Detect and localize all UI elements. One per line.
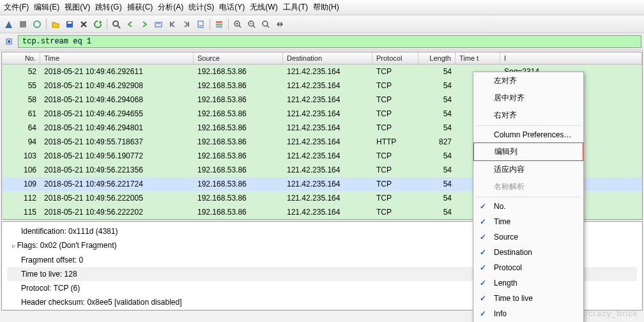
svg-point-4 xyxy=(113,21,118,26)
last-icon[interactable] xyxy=(180,18,193,31)
col-header-protocol[interactable]: Protocol xyxy=(372,52,418,64)
restart-icon[interactable] xyxy=(31,18,43,31)
ctx-name-resolution: 名称解析 xyxy=(473,178,583,195)
ctx-col-source[interactable]: Source xyxy=(473,229,583,245)
svg-rect-0 xyxy=(20,21,26,27)
menu-edit[interactable]: 编辑(E) xyxy=(34,2,59,13)
zoom-out-icon[interactable] xyxy=(245,18,258,31)
col-header-no[interactable]: No. xyxy=(2,52,40,64)
toolbar xyxy=(0,15,644,33)
stop-icon[interactable] xyxy=(17,18,29,31)
col-header-destination[interactable]: Destination xyxy=(283,52,372,64)
svg-point-19 xyxy=(263,21,268,26)
col-header-info[interactable]: I xyxy=(500,52,642,64)
shark-fin-icon[interactable] xyxy=(3,18,15,31)
menu-file[interactable]: 文件(F) xyxy=(4,2,29,13)
svg-rect-9 xyxy=(216,21,222,23)
ctx-column-prefs[interactable]: Column Preferences… xyxy=(473,127,583,142)
save-icon[interactable] xyxy=(63,18,76,31)
ctx-col-info[interactable]: Info xyxy=(473,306,583,321)
menu-bar: 文件(F) 编辑(E) 视图(V) 跳转(G) 捕获(C) 分析(A) 统计(S… xyxy=(0,0,644,15)
filter-bar xyxy=(0,33,644,50)
close-icon[interactable] xyxy=(77,18,90,31)
colorize-icon[interactable] xyxy=(213,18,226,31)
svg-rect-11 xyxy=(216,26,222,27)
menu-wireless[interactable]: 无线(W) xyxy=(250,2,277,13)
menu-stats[interactable]: 统计(S) xyxy=(188,2,214,13)
menu-capture[interactable]: 捕获(C) xyxy=(127,2,153,13)
zoom-in-icon[interactable] xyxy=(231,18,244,31)
open-icon[interactable] xyxy=(49,18,62,31)
packet-list-header: No. Time Source Destination Protocol Len… xyxy=(2,52,642,65)
next-icon[interactable] xyxy=(138,18,151,31)
find-icon[interactable] xyxy=(110,18,123,31)
svg-point-1 xyxy=(34,21,40,27)
bookmark-icon[interactable] xyxy=(3,35,15,48)
ctx-col-no[interactable]: No. xyxy=(473,199,583,214)
svg-line-20 xyxy=(267,26,269,27)
ctx-separator xyxy=(476,197,581,197)
goto-icon[interactable] xyxy=(152,18,165,31)
col-header-ttl[interactable]: Time t xyxy=(456,52,500,64)
ctx-align-center[interactable]: 居中对齐 xyxy=(473,89,583,107)
svg-rect-22 xyxy=(8,40,10,43)
first-icon[interactable] xyxy=(166,18,179,31)
ctx-col-protocol[interactable]: Protocol xyxy=(473,260,583,275)
menu-help[interactable]: 帮助(H) xyxy=(313,2,339,13)
ctx-col-ttl[interactable]: Time to live xyxy=(473,291,583,306)
reload-icon[interactable] xyxy=(91,18,104,31)
col-header-length[interactable]: Length xyxy=(418,52,456,64)
menu-go[interactable]: 跳转(G) xyxy=(95,2,121,13)
resize-cols-icon[interactable] xyxy=(273,18,286,31)
display-filter-input[interactable] xyxy=(18,35,641,48)
ctx-col-destination[interactable]: Destination xyxy=(473,245,583,260)
svg-rect-3 xyxy=(68,22,72,24)
svg-line-17 xyxy=(253,26,255,27)
prev-icon[interactable] xyxy=(124,18,137,31)
svg-line-5 xyxy=(118,26,120,28)
svg-line-13 xyxy=(239,26,241,27)
menu-telephony[interactable]: 电话(Y) xyxy=(219,2,245,13)
svg-rect-10 xyxy=(216,24,222,26)
menu-tools[interactable]: 工具(T) xyxy=(283,2,308,13)
menu-view[interactable]: 视图(V) xyxy=(65,2,90,13)
svg-rect-6 xyxy=(155,22,162,27)
ctx-separator xyxy=(476,125,581,126)
zoom-reset-icon[interactable] xyxy=(259,18,272,31)
col-header-source[interactable]: Source xyxy=(194,52,283,64)
column-context-menu: 左对齐 居中对齐 右对齐 Column Preferences… 编辑列 适应内… xyxy=(473,72,584,322)
ctx-edit-column[interactable]: 编辑列 xyxy=(473,142,583,161)
ctx-align-right[interactable]: 右对齐 xyxy=(473,107,583,124)
ctx-col-time[interactable]: Time xyxy=(473,214,583,229)
autoscroll-icon[interactable] xyxy=(194,18,207,31)
ctx-col-length[interactable]: Length xyxy=(473,275,583,291)
ctx-fit-content[interactable]: 适应内容 xyxy=(473,161,583,178)
menu-analyze[interactable]: 分析(A) xyxy=(158,2,183,13)
col-header-time[interactable]: Time xyxy=(40,52,194,64)
ctx-align-left[interactable]: 左对齐 xyxy=(473,72,583,89)
